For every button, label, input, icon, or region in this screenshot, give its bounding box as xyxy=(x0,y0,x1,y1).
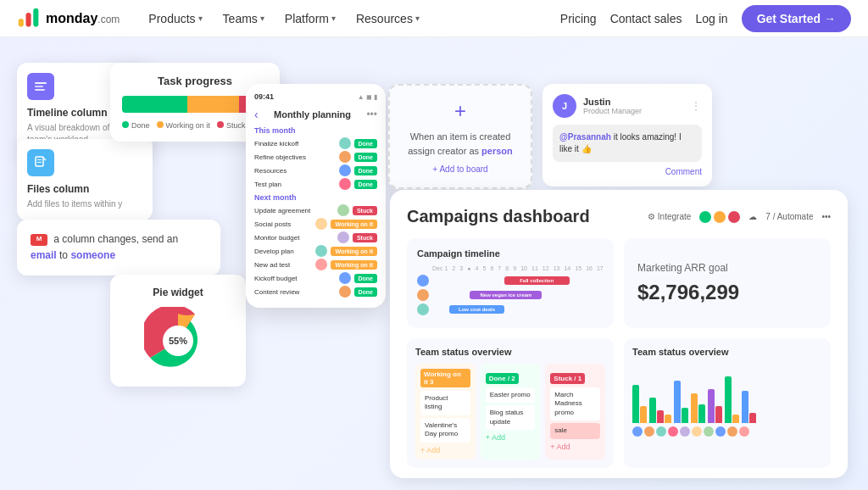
monthly-planning-card: 09:41 ▲ ◼ ▮ ‹ Monthly planning ••• This … xyxy=(246,84,386,308)
working-dot-icon xyxy=(157,121,164,128)
task-row: Test planDone xyxy=(254,178,377,190)
timeline-scale: Dec123●4567891011121314151617 xyxy=(417,265,604,271)
nav-right: Pricing Contact sales Log in Get Started… xyxy=(560,5,851,32)
nav-links: Products ▾ Teams ▾ Platform ▾ Resources … xyxy=(140,7,560,31)
add-item-link[interactable]: + Add xyxy=(550,443,600,451)
task-row: Refine objectivesDone xyxy=(254,151,377,163)
comment-card: J Justin Product Manager ⋮ @Prasannah it… xyxy=(542,84,712,187)
dashboard-title: Campaigns dashboard xyxy=(407,207,590,226)
files-column-desc: Add files to items within y xyxy=(27,198,142,210)
bar-segment xyxy=(632,385,639,423)
bar-group xyxy=(632,385,647,423)
task-row: New ad testWorking on it xyxy=(254,259,377,270)
integration-dot-icon xyxy=(714,211,726,223)
pie-chart: 55% xyxy=(122,307,234,375)
login-link[interactable]: Log in xyxy=(695,12,727,25)
task-row: Kickoff budgetDone xyxy=(254,272,377,284)
resources-chevron-icon: ▾ xyxy=(415,14,420,23)
files-column-title: Files column xyxy=(27,183,142,195)
nav-products[interactable]: Products ▾ xyxy=(140,7,210,31)
add-item-link[interactable]: + Add xyxy=(486,433,536,442)
task-row: Content reviewDone xyxy=(254,286,377,298)
pie-widget-card: Pie widget 55% xyxy=(110,275,246,387)
svg-rect-3 xyxy=(35,82,47,84)
timeline-bars: Fall collection xyxy=(432,276,604,286)
progress-working xyxy=(187,96,238,113)
avatar xyxy=(632,426,643,437)
bar-segment xyxy=(665,415,671,423)
hero-area: Timeline column A visual breakdown of yo… xyxy=(0,37,868,490)
task-row: Update agreementStuck xyxy=(254,204,377,216)
get-started-button[interactable]: Get Started → xyxy=(742,5,851,32)
avatar xyxy=(692,426,702,437)
contact-sales-link[interactable]: Contact sales xyxy=(610,12,682,25)
bar-group xyxy=(708,389,722,423)
arr-value: $2,796,299 xyxy=(637,281,817,304)
avatar xyxy=(339,151,351,163)
bar-segment xyxy=(749,413,756,423)
timeline-bars: Low cost deals xyxy=(432,304,604,315)
nav-platform[interactable]: Platform ▾ xyxy=(276,7,344,31)
comment-action-link[interactable]: Comment xyxy=(553,167,702,176)
svg-rect-0 xyxy=(19,19,24,27)
task-row: Monitor budgetStuck xyxy=(254,231,377,243)
pricing-link[interactable]: Pricing xyxy=(560,12,597,25)
nav-resources[interactable]: Resources ▾ xyxy=(348,7,428,31)
progress-done xyxy=(122,96,187,113)
avatar xyxy=(668,426,678,437)
arr-label: Marketing ARR goal xyxy=(637,262,817,274)
task-row: Finalize kickoffDone xyxy=(254,137,377,149)
avatar xyxy=(680,426,690,437)
timeline-row: Fall collection xyxy=(417,275,604,287)
svg-rect-7 xyxy=(37,159,42,160)
timeline-row: Low cost deals xyxy=(417,303,604,315)
avatar xyxy=(727,426,737,437)
bar-segment xyxy=(657,410,664,423)
add-item-link[interactable]: + Add xyxy=(420,446,470,454)
files-icon xyxy=(27,149,54,176)
done-dot-icon xyxy=(122,121,129,128)
avatar xyxy=(417,289,429,301)
task-row: ResourcesDone xyxy=(254,164,377,176)
add-to-board-link[interactable]: + Add to board xyxy=(403,164,517,174)
bar-group xyxy=(691,393,705,423)
teams-chevron-icon: ▾ xyxy=(260,14,264,23)
bar-segment xyxy=(691,393,698,423)
avatar xyxy=(417,303,429,315)
svg-rect-5 xyxy=(35,89,45,91)
bar-group xyxy=(649,398,671,423)
avatar xyxy=(337,204,349,216)
team-status-title: Team status overview xyxy=(415,347,605,357)
logo-text: monday.com xyxy=(46,11,120,26)
platform-chevron-icon: ▾ xyxy=(331,14,336,23)
avatar xyxy=(339,164,351,176)
bar-segment xyxy=(649,398,656,423)
bar-segment xyxy=(742,391,748,423)
files-column-card: Files column Add files to items within y xyxy=(17,139,153,220)
stuck-label: Stuck / 1 xyxy=(550,373,585,384)
done-label: Done / 2 xyxy=(486,373,519,384)
bar-segment xyxy=(674,381,681,423)
nav-teams[interactable]: Teams ▾ xyxy=(214,7,273,31)
task-progress-title: Task progress xyxy=(122,75,268,87)
kanban-card: Product listing xyxy=(420,391,470,415)
commenter-name: Justin xyxy=(583,97,642,107)
comment-bubble: @Prasannah it looks amazing! I like it 👍 xyxy=(553,125,702,162)
barchart-title: Team status overview xyxy=(632,347,822,357)
stuck-dot-icon xyxy=(217,121,224,128)
kanban-card: Blog status update xyxy=(486,405,536,430)
phone-header: 09:41 ▲ ◼ ▮ xyxy=(254,92,377,101)
this-month-label: This month xyxy=(254,126,377,135)
fall-collection-bar: Fall collection xyxy=(504,276,570,285)
avatar xyxy=(704,426,714,437)
monday-logo-icon xyxy=(17,7,41,31)
next-month-tasks: Update agreementStuck Social postsWorkin… xyxy=(254,204,377,298)
avatar xyxy=(656,426,666,437)
avatar xyxy=(315,245,327,257)
logo[interactable]: monday.com xyxy=(17,7,120,31)
avatar xyxy=(644,426,654,437)
campaign-timeline-title: Campaign timeline xyxy=(417,248,604,259)
svg-rect-4 xyxy=(35,86,43,87)
gmail-icon: M xyxy=(31,234,47,246)
assign-text: When an item is created assign creator a… xyxy=(403,130,517,158)
